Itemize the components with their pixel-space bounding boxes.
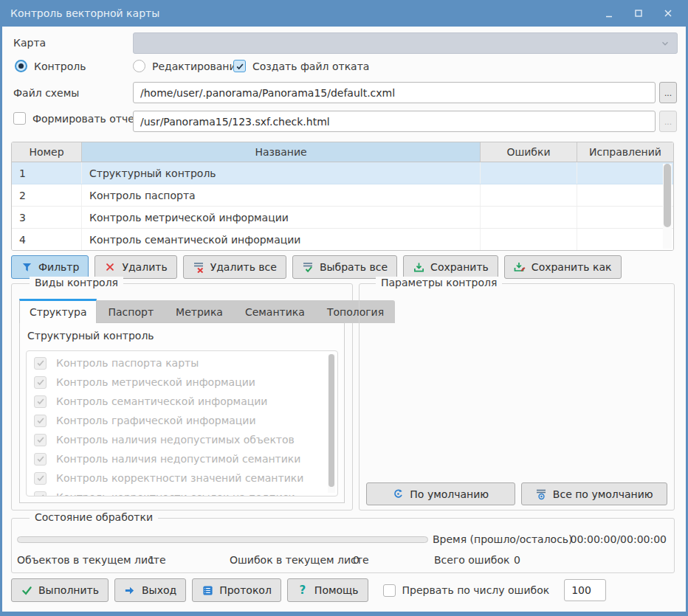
- error-limit-checkbox[interactable]: [383, 584, 396, 597]
- minimize-button[interactable]: [599, 5, 619, 21]
- chevron-down-icon: [660, 38, 670, 51]
- control-radio[interactable]: [15, 60, 27, 72]
- structure-section-title: Структурный контроль: [27, 330, 154, 342]
- delete-button[interactable]: Удалить: [94, 255, 176, 279]
- delete-all-button[interactable]: Удалить все: [183, 255, 286, 279]
- control-params-group: Параметры контроля По умолчанию Все по у…: [359, 283, 675, 511]
- objects-in-sheet-label: Объектов в текущем листе: [17, 554, 166, 566]
- table-cell: 1: [12, 162, 82, 184]
- tab-2[interactable]: Паспорт: [97, 300, 165, 323]
- table-cell: [577, 162, 673, 184]
- run-button-label: Выполнить: [38, 584, 99, 596]
- all-default-button[interactable]: Все по умолчанию: [521, 482, 668, 505]
- table-cell: Контроль паспорта: [82, 184, 481, 206]
- undo-file-checkbox[interactable]: [233, 60, 246, 72]
- control-params-group-title: Параметры контроля: [376, 277, 502, 288]
- error-limit-input[interactable]: [564, 579, 606, 601]
- delete-all-icon: [193, 261, 204, 273]
- check-item-checkbox: [34, 357, 47, 370]
- column-header[interactable]: Название: [82, 142, 481, 162]
- protocol-list-icon: [202, 584, 213, 596]
- check-item-label: Контроль метрической информации: [56, 376, 255, 388]
- run-button[interactable]: Выполнить: [11, 578, 109, 602]
- undo-file-checkbox-label: Создать файл отката: [252, 60, 369, 72]
- save-as-icon: [514, 261, 526, 273]
- protocol-button[interactable]: Протокол: [192, 578, 281, 602]
- map-combobox: [133, 32, 678, 54]
- control-kinds-group: Виды контроля СтруктураПаспортМетрикаСем…: [11, 283, 353, 511]
- table-row[interactable]: 1Структурный контроль: [12, 162, 673, 184]
- filter-button[interactable]: Фильтр: [11, 255, 89, 279]
- delete-all-button-label: Удалить все: [210, 261, 277, 273]
- help-question-icon: ?: [297, 584, 309, 596]
- filter-button-label: Фильтр: [38, 261, 79, 273]
- help-button-label: Помощь: [314, 584, 359, 596]
- edit-radio[interactable]: [133, 60, 145, 72]
- check-list-item: Контроль корректности значений семантики: [27, 468, 337, 488]
- select-all-button-label: Выбрать все: [320, 261, 388, 273]
- table-cell: Контроль метрической информации: [82, 207, 481, 228]
- maximize-button[interactable]: [629, 5, 648, 21]
- table-cell: [577, 229, 673, 250]
- check-item-checkbox: [34, 472, 47, 485]
- table-cell: 4: [12, 229, 82, 250]
- scheme-file-input[interactable]: [133, 82, 656, 103]
- check-item-label: Контроль корректности значений семантики: [56, 472, 303, 484]
- save-as-button[interactable]: Сохранить как: [504, 255, 622, 279]
- check-list-item: Контроль графической информации: [27, 411, 337, 430]
- report-option[interactable]: Формировать отчет: [13, 112, 140, 125]
- control-radio-label: Контроль: [34, 60, 86, 72]
- table-scrollbar-thumb[interactable]: [664, 164, 671, 227]
- check-item-label: Контроль корректности ссылок на подписи: [56, 491, 295, 496]
- run-check-icon: [21, 584, 32, 596]
- help-button[interactable]: ? Помощь: [287, 578, 368, 602]
- total-errors-value: 0: [514, 554, 520, 566]
- default-button[interactable]: По умолчанию: [366, 482, 515, 505]
- column-header[interactable]: Ошибки: [481, 142, 577, 162]
- table-cell: Контроль семантической информации: [82, 229, 481, 250]
- time-label: Время (прошло/осталось): [433, 533, 573, 545]
- check-list-item: Контроль метрической информации: [27, 373, 337, 392]
- select-all-button[interactable]: Выбрать все: [292, 255, 397, 279]
- save-button[interactable]: Сохранить: [403, 255, 498, 279]
- table-row[interactable]: 3Контроль метрической информации: [12, 207, 673, 229]
- table-cell: [577, 184, 673, 206]
- check-item-label: Контроль семантической информации: [56, 395, 267, 407]
- table-row[interactable]: 4Контроль семантической информации: [12, 229, 673, 251]
- close-button[interactable]: [658, 5, 678, 21]
- report-file-input[interactable]: [133, 111, 656, 132]
- table-header-row: НомерНазваниеОшибкиИсправлений: [12, 142, 673, 162]
- table-scrollbar[interactable]: [663, 164, 672, 249]
- objects-in-sheet-value: 1: [148, 554, 155, 566]
- checklist-scrollbar-thumb[interactable]: [328, 354, 334, 487]
- undo-file-option[interactable]: Создать файл отката: [233, 60, 369, 72]
- exit-button[interactable]: Выход: [114, 578, 186, 602]
- window-title: Контроль векторной карты: [10, 7, 159, 19]
- scheme-browse-button[interactable]: ...: [659, 82, 677, 103]
- column-header[interactable]: Номер: [12, 142, 82, 162]
- dialog-body: Карта Контроль Редактирование Создать фа…: [2, 27, 686, 612]
- check-item-checkbox: [34, 453, 47, 466]
- save-icon: [413, 261, 424, 273]
- checklist-scrollbar[interactable]: [328, 354, 335, 493]
- map-label: Карта: [13, 37, 46, 49]
- report-checkbox[interactable]: [13, 112, 26, 125]
- all-default-icon: [535, 488, 547, 500]
- report-browse-button: ...: [659, 111, 677, 132]
- table-body: 1Структурный контроль2Контроль паспорта3…: [12, 162, 673, 251]
- column-header[interactable]: Исправлений: [577, 142, 673, 162]
- processing-status-group: Состояние обработки Время (прошло/остало…: [11, 518, 675, 573]
- check-item-checkbox: [34, 395, 47, 408]
- tab-4[interactable]: Семантика: [234, 300, 316, 323]
- control-kinds-group-title: Виды контроля: [30, 277, 123, 288]
- error-limit-checkbox-label: Прервать по числу ошибок: [402, 584, 550, 596]
- table-cell: [481, 162, 577, 184]
- check-item-label: Контроль наличия недопустимых объектов: [56, 434, 295, 446]
- mode-control-option[interactable]: Контроль: [15, 60, 86, 72]
- tab-3[interactable]: Метрика: [165, 300, 234, 323]
- mode-edit-option[interactable]: Редактирование: [133, 60, 242, 72]
- error-limit-option[interactable]: Прервать по числу ошибок: [383, 584, 550, 597]
- structure-checklist: Контроль паспорта картыКонтроль метричес…: [26, 350, 338, 496]
- tab-1-active[interactable]: Структура: [19, 299, 97, 323]
- table-row[interactable]: 2Контроль паспорта: [12, 184, 673, 207]
